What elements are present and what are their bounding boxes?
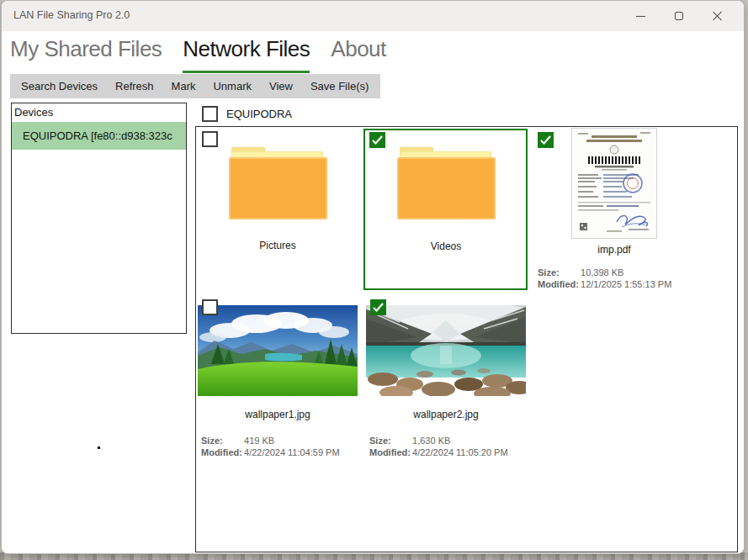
pdf-label: imp.pdf [547, 244, 682, 256]
size-label: Size: [538, 267, 578, 277]
size-label: Size: [369, 436, 410, 446]
size-value: 10,398 KB [581, 267, 623, 277]
size-value: 1,630 KB [412, 436, 450, 446]
modified-label: Modified: [201, 447, 241, 457]
folder-body [397, 157, 496, 219]
title-bar[interactable]: LAN File Sharing Pro 2.0 [2, 1, 744, 31]
wallpaper2-modified-row: Modified: 4/22/2024 11:05:20 PM [369, 447, 508, 457]
tab-bar: My Shared Files Network Files About [2, 31, 744, 73]
modified-value: 4/22/2024 11:05:20 PM [412, 447, 508, 457]
videos-checkbox[interactable] [369, 132, 385, 148]
size-label: Size: [201, 436, 241, 446]
wallpaper1-label: wallpaper1.jpg [198, 409, 358, 420]
search-devices-button[interactable]: Search Devices [21, 80, 98, 92]
folder-icon[interactable] [229, 147, 327, 219]
pdf-checkbox[interactable] [538, 132, 554, 148]
size-value: 419 KB [244, 436, 274, 446]
wallpaper2-thumbnail[interactable] [366, 305, 526, 396]
videos-label: Videos [366, 240, 526, 252]
pdf-size-row: Size: 10,398 KB [538, 267, 623, 277]
check-icon [540, 135, 551, 145]
check-icon [372, 135, 383, 145]
tab-about[interactable]: About [331, 36, 385, 73]
stray-dot [98, 446, 100, 449]
wallpaper1-thumbnail[interactable] [198, 305, 358, 396]
toolbar: Search Devices Refresh Mark Unmark View … [10, 74, 380, 98]
modified-label: Modified: [538, 279, 578, 289]
minimize-button[interactable] [621, 1, 660, 31]
app-window: LAN File Sharing Pro 2.0 My Shared Files… [1, 0, 745, 554]
folder-body [229, 157, 327, 219]
window-title: LAN File Sharing Pro 2.0 [13, 9, 130, 21]
window-controls [621, 1, 737, 31]
device-item-equipodra[interactable]: EQUIPODRA [fe80::d938:323c [12, 122, 186, 150]
tab-my-shared-files[interactable]: My Shared Files [10, 36, 162, 73]
folder-icon[interactable] [397, 147, 496, 219]
refresh-button[interactable]: Refresh [115, 80, 154, 92]
close-icon [713, 11, 723, 21]
network-files-panel: Pictures Videos [195, 126, 738, 552]
check-icon [373, 303, 384, 312]
wallpaper1-size-row: Size: 419 KB [201, 436, 274, 446]
wallpaper1-modified-row: Modified: 4/22/2024 11:04:59 PM [201, 447, 340, 457]
unmark-button[interactable]: Unmark [213, 80, 252, 92]
device-select-all-checkbox[interactable] [202, 106, 218, 122]
pdf-modified-row: Modified: 12/1/2025 1:55:13 PM [538, 279, 671, 289]
devices-panel-header: Devices [12, 103, 186, 120]
tab-network-files[interactable]: Network Files [183, 36, 310, 73]
modified-value: 12/1/2025 1:55:13 PM [581, 279, 671, 289]
mark-button[interactable]: Mark [172, 80, 196, 92]
maximize-icon [675, 12, 683, 20]
wallpaper1-checkbox[interactable] [202, 299, 218, 315]
wallpaper2-checkbox[interactable] [370, 299, 386, 315]
devices-panel: Devices EQUIPODRA [fe80::d938:323c [11, 103, 187, 334]
close-button[interactable] [698, 1, 737, 31]
minimize-icon [636, 16, 645, 17]
device-header-label: EQUIPODRA [226, 108, 292, 120]
pictures-label: Pictures [198, 240, 358, 251]
wallpaper2-size-row: Size: 1,630 KB [369, 436, 450, 446]
modified-label: Modified: [369, 447, 410, 457]
save-files-button[interactable]: Save File(s) [310, 80, 369, 92]
pictures-checkbox[interactable] [202, 131, 218, 147]
modified-value: 4/22/2024 11:04:59 PM [244, 447, 340, 457]
wallpaper2-label: wallpaper2.jpg [366, 409, 526, 420]
view-button[interactable]: View [269, 80, 293, 92]
pdf-thumbnail[interactable] [571, 128, 657, 239]
maximize-button[interactable] [660, 1, 698, 31]
